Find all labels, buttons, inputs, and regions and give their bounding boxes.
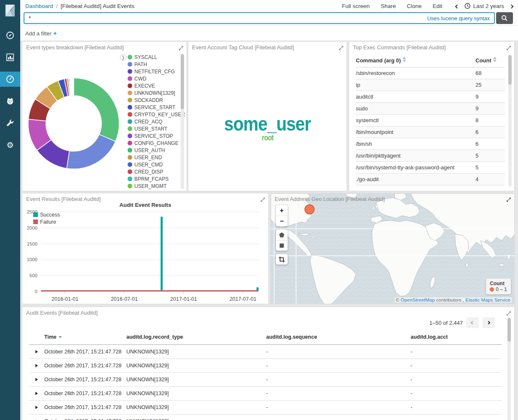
- expand-row-icon[interactable]: [35, 364, 38, 367]
- time-forward-button[interactable]: [510, 3, 513, 9]
- expand-panel-icon[interactable]: [260, 196, 265, 204]
- sidebar-item-timelion[interactable]: [0, 94, 20, 109]
- sidebar-item-dev-tools[interactable]: [0, 115, 20, 131]
- legend-item[interactable]: CONFIG_CHANGE: [128, 139, 182, 147]
- column-header-command[interactable]: Command (arg 0): [356, 57, 475, 64]
- legend-item[interactable]: SERVICE_START: [128, 104, 182, 111]
- table-scrollbar-thumb[interactable]: [508, 55, 512, 85]
- search-button[interactable]: [496, 12, 513, 24]
- column-header-time[interactable]: Time: [44, 334, 126, 340]
- legend-item-failure[interactable]: Failure: [33, 218, 60, 225]
- add-filter-button[interactable]: Add a filter+: [25, 29, 57, 37]
- table-row[interactable]: /bin/mountpoint6: [356, 126, 505, 138]
- legend-item[interactable]: SOCKADDR: [128, 96, 182, 104]
- expand-row-icon[interactable]: [35, 406, 38, 409]
- table-row[interactable]: auditctl9: [356, 91, 505, 103]
- legend-item[interactable]: NETFILTER_CFG: [128, 68, 182, 75]
- column-header-count[interactable]: Count: [475, 57, 505, 64]
- bar-chart[interactable]: 050010001500200025002016-01-012016-07-01…: [22, 193, 269, 304]
- table-scrollbar-thumb[interactable]: [507, 318, 511, 342]
- legend-item[interactable]: EXECVE: [128, 82, 182, 89]
- legend-label: CRED_DISP: [134, 169, 163, 175]
- donut-slice-PATH[interactable]: [67, 134, 115, 169]
- previous-page-button[interactable]: [466, 317, 479, 328]
- table-row[interactable]: October 26th 2017, 15:21:47.728UNKNOWN[1…: [29, 373, 502, 387]
- elastic-maps-service-link[interactable]: Elastic Maps Service: [465, 297, 510, 302]
- sidebar-item-visualize[interactable]: [0, 50, 20, 65]
- legend-item[interactable]: USER_START: [128, 125, 182, 132]
- table-row[interactable]: /usr/bin/pkttyagent5: [356, 150, 505, 162]
- failure-baseline-bar[interactable]: [41, 290, 258, 292]
- clone-button[interactable]: Clone: [407, 3, 422, 9]
- tag-root[interactable]: root: [262, 134, 273, 142]
- legend-item[interactable]: PATH: [128, 61, 182, 68]
- zoom-in-button[interactable]: +: [276, 205, 288, 216]
- expand-panel-icon[interactable]: [506, 45, 511, 52]
- table-row[interactable]: /bin/sh6: [356, 138, 505, 150]
- column-header-acct[interactable]: auditd.log.acct: [411, 334, 502, 340]
- full-screen-button[interactable]: Full screen: [342, 3, 370, 9]
- time-picker[interactable]: Last 2 years: [465, 3, 504, 9]
- next-page-button[interactable]: [482, 317, 495, 328]
- legend-item[interactable]: BPRM_FCAPS: [128, 175, 182, 182]
- edit-button[interactable]: Edit: [433, 3, 442, 9]
- lucene-syntax-link[interactable]: Uses lucene query syntax: [427, 15, 494, 21]
- sidebar-item-discover[interactable]: [0, 28, 20, 43]
- legend-item[interactable]: CWD: [128, 75, 182, 82]
- legend-item[interactable]: CRED_ACQ: [128, 118, 182, 125]
- tag-some_user[interactable]: some_user: [224, 114, 311, 134]
- table-row[interactable]: systemctl8: [356, 115, 505, 126]
- expand-row-icon[interactable]: [35, 378, 38, 381]
- legend-item[interactable]: SERVICE_STOP: [128, 132, 182, 139]
- legend-item[interactable]: UNKNOWN[1329]: [128, 89, 182, 96]
- legend-item[interactable]: CRED_DISP: [128, 168, 182, 175]
- fit-bounds-button[interactable]: [276, 254, 288, 265]
- legend-scrollbar-thumb[interactable]: [181, 54, 184, 109]
- table-row[interactable]: October 26th 2017, 15:21:47.728UNKNOWN[1…: [29, 359, 502, 373]
- time-back-button[interactable]: [456, 3, 459, 9]
- main-area: Dashboard / [Filebeat Auditd] Audit Even…: [20, 0, 518, 420]
- legend-item[interactable]: CRYPTO_SESSION: [128, 190, 182, 191]
- expand-panel-icon[interactable]: [339, 45, 344, 52]
- legend-item[interactable]: USER_END: [128, 154, 182, 161]
- search-input[interactable]: [24, 15, 427, 21]
- sidebar-item-dashboard[interactable]: [0, 72, 20, 87]
- table-row[interactable]: ip25: [356, 79, 505, 91]
- legend-toggle-button[interactable]: ❯: [120, 54, 126, 61]
- expand-panel-icon[interactable]: [506, 310, 511, 318]
- table-row[interactable]: ./go-audit4: [356, 174, 505, 185]
- table-row[interactable]: October 26th 2017, 15:21:47.728UNKNOWN[1…: [29, 387, 502, 401]
- legend-item-success[interactable]: Success: [33, 211, 60, 218]
- donut-slice-SYSCALL[interactable]: [74, 78, 119, 142]
- zoom-out-button[interactable]: −: [276, 216, 288, 226]
- expand-row-icon[interactable]: [35, 392, 38, 395]
- table-row[interactable]: /sbin/restorecon68: [356, 67, 505, 79]
- openstreetmap-link[interactable]: OpenStreetMap: [401, 297, 435, 302]
- table-row[interactable]: /usr/bin/systemd-tty-ask-password-agent5: [356, 162, 505, 174]
- table-row[interactable]: October 26th 2017, 15:21:47.728UNKNOWN[1…: [29, 401, 502, 415]
- breadcrumb-dashboard-link[interactable]: Dashboard: [25, 3, 53, 9]
- donut-slice-CRYPTO_SESSION[interactable]: [73, 78, 74, 96]
- table-row[interactable]: sudo9: [356, 103, 505, 115]
- kibana-logo[interactable]: [0, 0, 20, 21]
- column-header-sequence[interactable]: auditd.log.sequence: [266, 334, 411, 340]
- success-bar-2016-11-20[interactable]: [160, 217, 163, 292]
- expand-row-icon[interactable]: [35, 350, 38, 353]
- expand-panel-icon[interactable]: [179, 45, 184, 52]
- expand-panel-icon[interactable]: [506, 196, 511, 204]
- table-row[interactable]: October 26th 2017, 15:21:47.728UNKNOWN[1…: [29, 415, 502, 420]
- draw-rectangle-button[interactable]: [276, 240, 288, 251]
- sidebar-item-management[interactable]: ⚙: [0, 137, 20, 152]
- table-row[interactable]: October 26th 2017, 15:21:47.728UNKNOWN[1…: [29, 345, 502, 359]
- legend-item[interactable]: USER_AUTH: [128, 147, 182, 154]
- column-header-record-type[interactable]: auditd.log.record_type: [126, 334, 266, 340]
- share-button[interactable]: Share: [381, 3, 396, 9]
- map[interactable]: Event Address Geo Location [Filebeat Aud…: [271, 193, 514, 304]
- legend-item[interactable]: USER_MGMT: [128, 182, 182, 190]
- legend-item[interactable]: SYSCALL: [128, 54, 182, 61]
- legend-item[interactable]: CRYPTO_KEY_USER: [128, 111, 182, 118]
- donut-chart[interactable]: [24, 54, 125, 188]
- draw-polygon-button[interactable]: [276, 230, 288, 240]
- count-cell: 9: [475, 94, 505, 100]
- legend-item[interactable]: USER_CMD: [128, 161, 182, 168]
